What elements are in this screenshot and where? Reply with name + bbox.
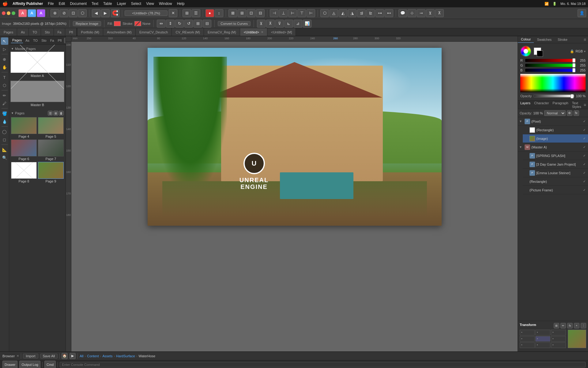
layers-panel-menu[interactable]: ≡ <box>584 102 586 107</box>
sto-tab[interactable]: Sto <box>40 38 48 43</box>
style-btn8[interactable]: ⊷ <box>385 9 393 17</box>
pages-list-btn[interactable]: ☰ <box>48 111 53 116</box>
tab-fa[interactable]: Fa <box>54 28 66 36</box>
app-icon-orange[interactable]: A <box>18 9 27 17</box>
style-btn2[interactable]: ◬ <box>330 9 338 17</box>
pfl-tab[interactable]: Pfl <box>56 38 63 43</box>
picture-frame-layer[interactable]: (Picture Frame) ✓ <box>523 186 588 194</box>
tab-emma-cv-de[interactable]: EmmaCV_Deutsch <box>136 28 172 36</box>
pixel-layer-check[interactable]: ✓ <box>583 120 587 123</box>
convert-curves-btn[interactable]: Convert to Curves <box>218 21 251 26</box>
fill-tool-btn[interactable]: 🪣 <box>1 110 8 117</box>
expand-btn[interactable]: ⊞ <box>194 20 202 28</box>
menu-view[interactable]: View <box>146 2 154 6</box>
frame-tool-btn[interactable]: ⬡ <box>1 82 8 89</box>
stroke-tab[interactable]: Stroke <box>555 36 571 43</box>
stroke-color-box[interactable] <box>134 21 141 26</box>
align-btn4[interactable]: ⊤ <box>297 9 306 17</box>
background-colour[interactable] <box>537 51 543 57</box>
save-all-btn[interactable]: Save All <box>40 354 58 358</box>
pos-tl-btn[interactable]: ⊻ <box>257 20 266 28</box>
swatches-tab[interactable]: Swatches <box>534 36 555 43</box>
zoom-tool-btn[interactable]: 🔍 <box>1 154 8 161</box>
master-b-item[interactable]: Master B <box>10 81 64 107</box>
menu-select[interactable]: Select <box>131 2 141 6</box>
next-btn[interactable]: ▶ <box>101 9 110 17</box>
transform-icon-2[interactable]: ✏ <box>560 323 566 328</box>
page-9-item[interactable]: Page 9 <box>38 162 64 183</box>
layer-settings-btn[interactable]: ⚙ <box>567 110 572 116</box>
rect-tool-btn[interactable]: ◻ <box>1 136 8 143</box>
tab-untitled2[interactable]: <Untitled> [M] <box>267 28 296 36</box>
g-slider-thumb[interactable] <box>572 63 575 67</box>
opacity-thumb[interactable] <box>571 94 574 98</box>
t-cell-5[interactable]: • <box>535 336 550 342</box>
shrink-btn[interactable]: ⊟ <box>203 20 211 28</box>
t-cell-9[interactable]: • <box>551 342 566 348</box>
misc-btn4[interactable]: ⊻ <box>426 9 435 17</box>
eye-dropper-btn[interactable]: 💧 <box>1 118 8 125</box>
path-all[interactable]: All <box>80 354 83 358</box>
maximize-window-btn[interactable] <box>12 11 15 15</box>
master-a-expand[interactable]: ▼ <box>519 145 523 149</box>
r-slider-thumb[interactable] <box>572 58 575 63</box>
pos-tr-btn[interactable]: ⊽ <box>275 20 284 28</box>
t-cell-8[interactable]: • <box>535 342 550 348</box>
pan-tool-btn[interactable]: ✋ <box>1 63 8 71</box>
flip-h-btn[interactable]: ⇔ <box>157 20 165 28</box>
colour-model-dropdown-icon[interactable]: ▾ <box>584 50 586 53</box>
path-hardsurface[interactable]: HardSurface <box>116 354 135 358</box>
pf-check[interactable]: ✓ <box>583 188 587 192</box>
pages-tab[interactable]: Pages <box>11 38 23 43</box>
master-a-layer-item[interactable]: ▼ M (Master A) ✓ <box>518 143 588 151</box>
minimize-window-btn[interactable] <box>7 11 10 15</box>
tab-to[interactable]: TO <box>29 28 41 36</box>
chart-btn[interactable]: 📊 <box>303 20 311 28</box>
style-btn4[interactable]: ◮ <box>348 9 356 17</box>
tab-anschreiben[interactable]: Anschreiben (M) <box>103 28 136 36</box>
page-nav-btn[interactable]: ⊕ <box>51 9 59 17</box>
day-check[interactable]: ✓ <box>583 163 587 166</box>
text-styles-tab-btn[interactable]: Text Styles <box>572 101 581 109</box>
menu-text[interactable]: Text <box>92 2 98 6</box>
format-btn2[interactable]: ⊞ <box>238 9 246 17</box>
r-slider-track[interactable] <box>525 59 576 62</box>
image-layer-item[interactable]: (Image) ✓ <box>523 134 588 143</box>
prev-btn[interactable]: ◀ <box>92 9 100 17</box>
style-btn1[interactable]: ⬡ <box>320 9 329 17</box>
colour-panel-menu[interactable]: ≡ <box>584 37 586 42</box>
view-mode-btn[interactable]: ⊘ <box>60 9 68 17</box>
as-tab[interactable]: As <box>24 38 31 43</box>
tab-emma-cv-reg[interactable]: EmmaCV_Reg (M) <box>204 28 240 36</box>
page-6-item[interactable]: Page 6 <box>11 140 37 161</box>
emma-check[interactable]: ✓ <box>583 171 587 174</box>
view-mode-btn3[interactable]: ⬡ <box>78 9 87 17</box>
tab-portfolio[interactable]: Portfolio (M) <box>77 28 103 36</box>
format-btn1[interactable]: ⊠ <box>228 9 237 17</box>
layer-fx-btn[interactable]: fx <box>574 110 579 116</box>
text-tool-btn[interactable]: T <box>1 74 8 81</box>
pixel-layer-expand[interactable]: ▼ <box>519 120 523 123</box>
style-btn3[interactable]: ◭ <box>339 9 347 17</box>
colour-tab[interactable]: Colour <box>518 36 534 43</box>
spring-check[interactable]: ✓ <box>583 154 587 157</box>
menu-file[interactable]: File <box>48 2 54 6</box>
align-btn5[interactable]: ⊢ <box>307 9 315 17</box>
title-close-btn[interactable]: ✕ <box>169 9 177 17</box>
character-tab-btn[interactable]: Character <box>534 101 549 109</box>
pos-br-btn[interactable]: ⊿ <box>294 20 302 28</box>
blend-mode-select[interactable]: Normal <box>544 110 566 116</box>
rect1-check[interactable]: ✓ <box>583 128 587 132</box>
t-cell-4[interactable]: • <box>520 336 535 342</box>
menu-window[interactable]: Window <box>159 2 172 6</box>
pages-section-header[interactable]: ▼ Pages ☰ ⊞ 🗑 <box>10 110 64 117</box>
shape-tool-btn[interactable]: ◯ <box>1 128 8 135</box>
browser-close-btn[interactable]: ✕ <box>17 354 19 358</box>
style-btn5[interactable]: ⊴ <box>357 9 366 17</box>
t-cell-1[interactable]: • <box>520 330 535 335</box>
import-btn[interactable]: Import <box>23 354 38 358</box>
console-input[interactable] <box>60 362 586 367</box>
page-8-item[interactable]: Page 8 <box>11 162 37 183</box>
image-check[interactable]: ✓ <box>583 137 587 140</box>
menu-layer[interactable]: Layer <box>117 2 126 6</box>
